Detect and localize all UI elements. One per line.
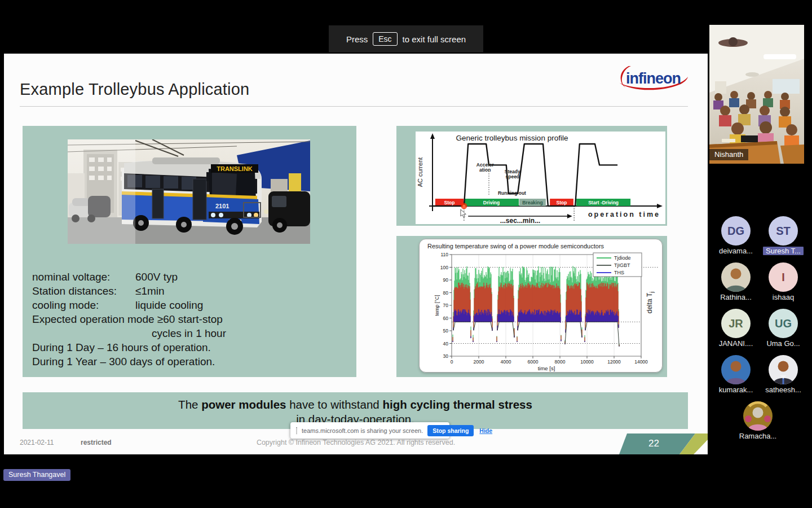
- svg-text:operation time: operation time: [588, 211, 660, 218]
- share-message: teams.microsoft.com is sharing your scre…: [302, 427, 423, 434]
- participant-name: deivama...: [710, 247, 761, 255]
- participant-avatar[interactable]: [769, 355, 798, 384]
- classroom-video-illustration: [709, 25, 804, 164]
- slide-title: Example Trolleybus Application: [20, 80, 249, 99]
- temperature-panel: Resulting temperature swing of a power m…: [396, 236, 667, 377]
- spec-row: nominal voltage: 600V typ: [32, 270, 351, 284]
- spec-line: During 1 Day – 16 hours of operation.: [32, 340, 351, 354]
- infineon-logo: infineon: [617, 62, 690, 93]
- svg-text:100: 100: [440, 265, 448, 270]
- trolleybus: TRANSLINK 2101: [122, 157, 262, 235]
- svg-text:12000: 12000: [607, 359, 621, 365]
- page-number: 22: [648, 438, 659, 449]
- avatar-photo: [743, 401, 773, 431]
- svg-text:4000: 4000: [501, 359, 511, 365]
- svg-text:Steadyspeed: Steadyspeed: [505, 169, 520, 179]
- participant-avatar[interactable]: I: [769, 262, 798, 292]
- esc-toast-press: Press: [346, 34, 368, 44]
- stop-sharing-button[interactable]: Stop sharing: [427, 425, 474, 436]
- footer-copyright: Copyright © Infineon Technologies AG 202…: [4, 439, 708, 446]
- participant-avatar[interactable]: JR: [721, 309, 751, 338]
- participant-avatar[interactable]: ST: [769, 216, 798, 246]
- spec-label: cooling mode:: [32, 298, 135, 312]
- svg-text:14000: 14000: [634, 359, 648, 365]
- spec-value: liquide cooling: [135, 298, 203, 312]
- svg-text:temp [°C]: temp [°C]: [434, 295, 440, 316]
- avatar-initials: I: [782, 271, 785, 284]
- svg-text:Tjdiode: Tjdiode: [614, 255, 631, 261]
- spec-line: Expected operation mode ≥60 start-stop: [32, 312, 351, 326]
- svg-text:80: 80: [443, 290, 449, 296]
- svg-text:Driving: Driving: [483, 200, 500, 205]
- svg-text:6000: 6000: [528, 359, 539, 365]
- participant-name: Ramacha...: [732, 432, 783, 440]
- trolleybus-photo: TRANSLINK 2101: [68, 139, 310, 244]
- participant-name: Uma Go...: [758, 339, 809, 348]
- participant-avatar[interactable]: [721, 262, 751, 292]
- temperature-chart: Resulting temperature swing of a power m…: [420, 239, 662, 372]
- bus-destination-sign: TRANSLINK: [217, 165, 253, 172]
- svg-text:40: 40: [443, 341, 449, 347]
- svg-text:Running out: Running out: [498, 190, 526, 196]
- avatar-initials: JR: [729, 317, 743, 330]
- bus-fleet-number: 2101: [215, 203, 229, 209]
- svg-text:Generic trolleybus mission pro: Generic trolleybus mission profile: [456, 134, 568, 142]
- svg-text:2000: 2000: [474, 359, 484, 365]
- svg-text:Acceleration: Acceleration: [476, 162, 494, 173]
- infineon-logo-text: infineon: [626, 70, 681, 87]
- spec-label: Station distances:: [32, 284, 135, 298]
- participant-avatar[interactable]: DG: [721, 216, 751, 246]
- avatar-initials: UG: [775, 317, 792, 330]
- avatar-photo: [721, 355, 751, 384]
- drag-handle-icon[interactable]: [296, 427, 297, 434]
- avatar-initials: DG: [727, 225, 744, 238]
- spec-row: cooling mode: liquide cooling: [32, 298, 351, 312]
- temperature-chart-box: Resulting temperature swing of a power m…: [419, 239, 663, 373]
- spec-row: Station distances: ≤1min: [32, 284, 351, 298]
- spec-list: nominal voltage: 600V typ Station distan…: [32, 270, 351, 369]
- participant-avatar[interactable]: [743, 401, 773, 431]
- participant-avatar[interactable]: UG: [769, 309, 798, 338]
- svg-text:70: 70: [443, 303, 449, 308]
- svg-text:8000: 8000: [555, 359, 566, 365]
- spec-line: cycles in 1 hour: [152, 326, 351, 340]
- participant-name: Rathina...: [710, 293, 761, 301]
- svg-text:Stop: Stop: [557, 200, 567, 205]
- left-panel: TRANSLINK 2101: [23, 126, 356, 377]
- footer-page-block: 22: [619, 433, 708, 454]
- participant-name: satheesh...: [758, 386, 809, 394]
- mission-profile-chart-box: Generic trolleybus mission profileAC cur…: [416, 132, 665, 224]
- avatar-photo: [769, 355, 798, 384]
- spec-line: During 1 Year – 300 days of operation.: [32, 354, 351, 369]
- banner-line1: The power modules have to withstand high…: [23, 397, 688, 412]
- svg-text:AC current: AC current: [417, 157, 423, 187]
- svg-text:Stop: Stop: [444, 200, 455, 205]
- esc-toast-rest: to exit full screen: [403, 34, 466, 44]
- browser-share-bar: teams.microsoft.com is sharing your scre…: [290, 422, 449, 439]
- hide-share-bar-link[interactable]: Hide: [479, 427, 492, 434]
- svg-text:0: 0: [451, 359, 453, 365]
- participant-name: Suresh T...: [758, 247, 809, 255]
- svg-text:Start -Driving: Start -Driving: [588, 200, 619, 205]
- svg-text:Resulting temperature swing of: Resulting temperature swing of a power m…: [427, 243, 604, 249]
- participant-name: kumarak...: [710, 386, 761, 394]
- shared-slide: Example Trolleybus Application infineon: [4, 54, 708, 454]
- svg-text:TjIGBT: TjIGBT: [614, 262, 630, 268]
- spec-value: 600V typ: [135, 270, 178, 284]
- svg-text:...sec...min...: ...sec...min...: [500, 217, 540, 224]
- participant-name: ishaaq: [758, 293, 809, 301]
- svg-text:10000: 10000: [580, 359, 594, 365]
- svg-text:THS: THS: [614, 270, 624, 275]
- fullscreen-esc-toast: Press Esc to exit full screen: [329, 25, 483, 52]
- participant-avatar[interactable]: [721, 355, 751, 384]
- mission-profile-chart: Generic trolleybus mission profileAC cur…: [416, 132, 665, 224]
- spec-value: ≤1min: [135, 284, 165, 298]
- mission-profile-panel: Generic trolleybus mission profileAC cur…: [396, 126, 667, 226]
- participant-video-tile[interactable]: Nishanth: [709, 25, 804, 164]
- participant-name: JANANI....: [710, 339, 761, 348]
- svg-text:time [s]: time [s]: [538, 365, 555, 371]
- svg-text:30: 30: [443, 353, 449, 359]
- svg-text:90: 90: [443, 277, 449, 283]
- presenter-name-badge: Suresh Thangavel: [3, 469, 70, 481]
- video-participant-name: Nishanth: [709, 149, 748, 160]
